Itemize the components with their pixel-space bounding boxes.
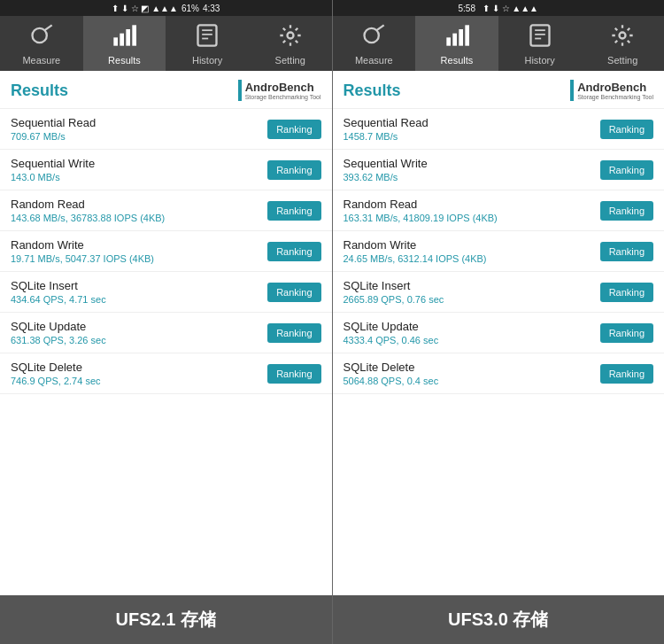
table-row: Sequential Write 143.0 MB/s Ranking	[0, 150, 332, 190]
svg-rect-4	[127, 29, 131, 46]
table-row: SQLite Update 4333.4 QPS, 0.46 sec Ranki…	[333, 313, 665, 353]
left-nav-measure-label: Measure	[22, 55, 60, 66]
right-seq-read-ranking[interactable]: Ranking	[600, 120, 653, 139]
right-sqlite-update-ranking[interactable]: Ranking	[600, 323, 653, 343]
left-seq-write-ranking[interactable]: Ranking	[267, 160, 320, 180]
right-logo-bar	[570, 80, 574, 101]
left-nav-bar: Measure Results History Setting	[0, 16, 332, 71]
bench-sqlite-delete-info: SQLite Delete 746.9 QPS, 2.74 sec	[11, 361, 267, 386]
left-rand-write-ranking[interactable]: Ranking	[267, 242, 320, 261]
right-content: Results AndroBench Storage Benchmarking …	[333, 71, 665, 595]
right-bench-sqlite-update-value: 4333.4 QPS, 0.46 sec	[344, 335, 600, 345]
right-bench-rand-write-name: Random Write	[344, 238, 600, 252]
left-seq-read-ranking[interactable]: Ranking	[267, 120, 320, 139]
left-battery: 61%	[181, 4, 199, 13]
left-nav-setting-label: Setting	[275, 55, 305, 66]
table-row: Random Write 24.65 MB/s, 6312.14 IOPS (4…	[333, 231, 665, 272]
left-sqlite-update-ranking[interactable]: Ranking	[267, 323, 320, 343]
bench-sqlite-update-name: SQLite Update	[11, 320, 267, 333]
left-rand-read-ranking[interactable]: Ranking	[267, 201, 320, 221]
right-logo-main: AndroBench	[577, 81, 653, 94]
svg-line-1	[44, 25, 51, 30]
right-results-icon	[444, 23, 469, 51]
bench-sqlite-update-value: 631.38 QPS, 3.26 sec	[11, 335, 267, 345]
bench-seq-read-value: 709.67 MB/s	[11, 131, 267, 142]
left-sqlite-insert-ranking[interactable]: Ranking	[267, 283, 320, 302]
left-nav-setting[interactable]: Setting	[249, 16, 332, 71]
right-rand-read-ranking[interactable]: Ranking	[600, 201, 653, 221]
right-bench-sqlite-delete-info: SQLite Delete 5064.88 QPS, 0.4 sec	[344, 361, 600, 386]
left-logo-bar	[238, 80, 242, 101]
left-logo-main: AndroBench	[245, 81, 321, 94]
table-row: SQLite Delete 5064.88 QPS, 0.4 sec Ranki…	[333, 353, 665, 394]
bench-sqlite-insert-value: 434.64 QPS, 4.71 sec	[11, 294, 267, 305]
right-bench-sqlite-insert-value: 2665.89 QPS, 0.76 sec	[344, 294, 600, 305]
right-sqlite-insert-ranking[interactable]: Ranking	[600, 283, 653, 302]
right-bench-sqlite-delete-name: SQLite Delete	[344, 361, 600, 374]
right-rand-write-ranking[interactable]: Ranking	[600, 242, 653, 261]
svg-point-11	[365, 28, 379, 43]
left-nav-history[interactable]: History	[166, 16, 249, 71]
right-nav-results[interactable]: Results	[415, 16, 498, 71]
bench-seq-write-info: Sequential Write 143.0 MB/s	[11, 157, 267, 182]
left-logo-sub: Storage Benchmarking Tool	[245, 94, 321, 100]
bench-sqlite-update-info: SQLite Update 631.38 QPS, 3.26 sec	[11, 320, 267, 345]
table-row: Sequential Read 709.67 MB/s Ranking	[0, 109, 332, 150]
svg-point-0	[32, 28, 46, 43]
left-results-header: Results AndroBench Storage Benchmarking …	[0, 71, 332, 109]
right-footer: UFS3.0 存储	[333, 595, 665, 644]
right-bench-rand-write-value: 24.65 MB/s, 6312.14 IOPS (4KB)	[344, 253, 600, 264]
right-nav-measure-label: Measure	[355, 55, 393, 66]
left-content: Results AndroBench Storage Benchmarking …	[0, 71, 332, 595]
bench-sqlite-delete-name: SQLite Delete	[11, 361, 267, 374]
svg-rect-15	[459, 29, 463, 46]
right-nav-setting[interactable]: Setting	[581, 16, 664, 71]
right-bench-sqlite-insert-info: SQLite Insert 2665.89 QPS, 0.76 sec	[344, 279, 600, 305]
right-phone: 5:58 ⬆ ⬇ ☆ ▲▲▲ Measure Results H	[333, 0, 665, 644]
right-nav-measure[interactable]: Measure	[333, 16, 416, 71]
right-bench-seq-write-name: Sequential Write	[344, 157, 600, 170]
right-time: 5:58	[459, 4, 475, 13]
right-bench-rand-read-value: 163.31 MB/s, 41809.19 IOPS (4KB)	[344, 213, 600, 223]
table-row: Random Write 19.71 MB/s, 5047.37 IOPS (4…	[0, 231, 332, 272]
left-nav-measure[interactable]: Measure	[0, 16, 83, 71]
table-row: Sequential Write 393.62 MB/s Ranking	[333, 150, 665, 190]
bench-seq-read-info: Sequential Read 709.67 MB/s	[11, 116, 267, 142]
table-row: Random Read 163.31 MB/s, 41809.19 IOPS (…	[333, 190, 665, 231]
right-logo-sub: Storage Benchmarking Tool	[577, 94, 653, 100]
left-sqlite-delete-ranking[interactable]: Ranking	[267, 364, 320, 384]
svg-rect-14	[452, 34, 457, 46]
left-phone: ⬆ ⬇ ☆ ◩ ▲▲▲ 61% 4:33 Measure Results	[0, 0, 333, 644]
right-bench-seq-write-value: 393.62 MB/s	[344, 172, 600, 182]
left-logo-text: AndroBench Storage Benchmarking Tool	[245, 81, 321, 100]
right-bench-sqlite-update-info: SQLite Update 4333.4 QPS, 0.46 sec	[344, 320, 600, 345]
left-status-icons: ⬆ ⬇ ☆ ◩ ▲▲▲	[112, 4, 178, 13]
svg-point-10	[287, 33, 293, 39]
right-bench-rand-read-info: Random Read 163.31 MB/s, 41809.19 IOPS (…	[344, 198, 600, 223]
left-results-title: Results	[11, 81, 68, 100]
bench-rand-write-value: 19.71 MB/s, 5047.37 IOPS (4KB)	[11, 253, 267, 264]
right-bench-sqlite-update-name: SQLite Update	[344, 320, 600, 333]
bench-rand-read-value: 143.68 MB/s, 36783.88 IOPS (4KB)	[11, 213, 267, 223]
right-nav-history-label: History	[524, 55, 554, 66]
right-bench-seq-read-name: Sequential Read	[344, 116, 600, 129]
bench-rand-read-info: Random Read 143.68 MB/s, 36783.88 IOPS (…	[11, 198, 267, 223]
right-measure-icon	[361, 23, 386, 51]
right-nav-setting-label: Setting	[607, 55, 637, 66]
bench-seq-write-name: Sequential Write	[11, 157, 267, 170]
table-row: SQLite Delete 746.9 QPS, 2.74 sec Rankin…	[0, 353, 332, 394]
left-status-bar: ⬆ ⬇ ☆ ◩ ▲▲▲ 61% 4:33	[0, 0, 332, 16]
table-row: Sequential Read 1458.7 MB/s Ranking	[333, 109, 665, 150]
bench-rand-read-name: Random Read	[11, 198, 267, 211]
right-nav-history[interactable]: History	[498, 16, 582, 71]
right-bench-sqlite-insert-name: SQLite Insert	[344, 279, 600, 292]
right-sqlite-delete-ranking[interactable]: Ranking	[600, 364, 653, 384]
right-seq-write-ranking[interactable]: Ranking	[600, 160, 653, 180]
right-nav-results-label: Results	[441, 55, 474, 66]
right-bench-sqlite-delete-value: 5064.88 QPS, 0.4 sec	[344, 376, 600, 386]
bench-seq-write-value: 143.0 MB/s	[11, 172, 267, 182]
right-results-title: Results	[344, 81, 401, 100]
left-nav-results[interactable]: Results	[83, 16, 166, 71]
left-nav-history-label: History	[192, 55, 222, 66]
svg-line-12	[377, 25, 384, 30]
